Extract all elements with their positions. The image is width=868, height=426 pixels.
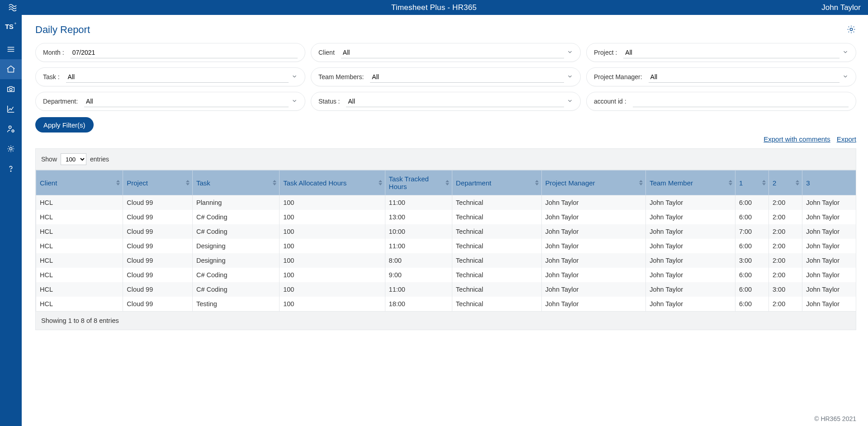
filter-account-id-input[interactable] — [633, 95, 849, 107]
filter-project-manager[interactable]: Project Manager: — [586, 67, 856, 86]
table-cell: HCL — [36, 268, 123, 282]
table-cell: 3:00 — [769, 282, 802, 297]
table-cell: C# Coding — [192, 282, 279, 297]
sidebar-camera-icon[interactable] — [0, 79, 22, 99]
table-cell: Cloud 99 — [123, 297, 193, 311]
svg-point-2 — [9, 88, 12, 91]
table-row[interactable]: HCLCloud 99C# Coding1009:00TechnicalJohn… — [36, 268, 856, 282]
filter-department-input[interactable] — [84, 95, 289, 107]
table-cell: Cloud 99 — [123, 224, 193, 239]
filter-account-id-label: account id : — [594, 98, 626, 105]
apply-filter-button[interactable]: Apply Filter(s) — [35, 117, 94, 133]
table-row[interactable]: HCLCloud 99Testing10018:00TechnicalJohn … — [36, 297, 856, 311]
filter-account-id: account id : — [586, 92, 856, 111]
filter-team-members-input[interactable] — [370, 71, 564, 83]
table-row[interactable]: HCLCloud 99C# Coding10013:00TechnicalJoh… — [36, 210, 856, 224]
table-cell: 10:00 — [385, 224, 452, 239]
table-cell: 100 — [280, 195, 385, 210]
table-scroll[interactable]: ClientProjectTaskTask Allocated HoursTas… — [36, 170, 856, 311]
column-header[interactable]: Project Manager — [541, 170, 646, 195]
table-row[interactable]: HCLCloud 99Planning10011:00TechnicalJohn… — [36, 195, 856, 210]
sidebar-user-settings-icon[interactable] — [0, 119, 22, 139]
table-cell: John Taylor — [802, 224, 856, 239]
sort-icon[interactable] — [379, 180, 382, 186]
table-row[interactable]: HCLCloud 99C# Coding10010:00TechnicalJoh… — [36, 224, 856, 239]
column-header[interactable]: Task — [192, 170, 279, 195]
entries-select[interactable]: 100 — [61, 153, 86, 165]
filter-task[interactable]: Task : — [35, 67, 305, 86]
filter-client-label: Client — [318, 49, 335, 56]
sort-icon[interactable] — [729, 180, 732, 186]
filter-status[interactable]: Status : — [311, 92, 581, 111]
table-cell: John Taylor — [802, 282, 856, 297]
column-header[interactable]: Task Tracked Hours — [385, 170, 452, 195]
table-cell: 6:00 — [735, 210, 768, 224]
table-cell: 6:00 — [735, 282, 768, 297]
topbar: Timesheet Plus - HR365 John Taylor — [0, 0, 868, 15]
app-title: Timesheet Plus - HR365 — [391, 3, 477, 12]
filter-team-members[interactable]: Team Members: — [311, 67, 581, 86]
table-cell: John Taylor — [541, 195, 646, 210]
column-header[interactable]: 1 — [735, 170, 768, 195]
sort-icon[interactable] — [762, 180, 766, 186]
sort-icon[interactable] — [116, 180, 120, 186]
table-cell: 9:00 — [385, 268, 452, 282]
table-cell: Technical — [452, 195, 541, 210]
sidebar-home-icon[interactable] — [0, 59, 22, 79]
sort-icon[interactable] — [796, 180, 799, 186]
export-link[interactable]: Export — [837, 135, 856, 143]
column-header[interactable]: Project — [123, 170, 193, 195]
table-cell: John Taylor — [541, 239, 646, 253]
sidebar-settings-icon[interactable] — [0, 139, 22, 159]
filter-pm-input[interactable] — [649, 71, 840, 83]
sidebar-menu-icon[interactable] — [0, 39, 22, 59]
sort-icon[interactable] — [639, 180, 643, 186]
sidebar-report-icon[interactable] — [0, 99, 22, 119]
table-cell: John Taylor — [802, 239, 856, 253]
sort-icon[interactable] — [446, 180, 449, 186]
sort-icon[interactable] — [535, 180, 539, 186]
table-cell: John Taylor — [541, 210, 646, 224]
table-cell: John Taylor — [541, 253, 646, 268]
filter-month-input[interactable] — [71, 47, 298, 58]
column-header[interactable]: Department — [452, 170, 541, 195]
current-user[interactable]: John Taylor — [821, 3, 861, 12]
filter-task-input[interactable] — [66, 71, 289, 83]
column-header[interactable]: Task Allocated Hours — [280, 170, 385, 195]
table-cell: John Taylor — [802, 268, 856, 282]
table-row[interactable]: HCLCloud 99C# Coding10011:00TechnicalJoh… — [36, 282, 856, 297]
table-cell: 2:00 — [769, 239, 802, 253]
table-cell: HCL — [36, 224, 123, 239]
table-cell: John Taylor — [646, 282, 735, 297]
column-header[interactable]: 3 — [802, 170, 856, 195]
sort-icon[interactable] — [186, 180, 190, 186]
page-title: Daily Report — [35, 24, 90, 36]
sidebar-help-icon[interactable] — [0, 159, 22, 179]
column-header[interactable]: Team Member — [646, 170, 735, 195]
table-cell: 11:00 — [385, 239, 452, 253]
filter-project-input[interactable] — [623, 47, 840, 58]
table-cell: 8:00 — [385, 253, 452, 268]
sort-icon[interactable] — [273, 180, 276, 186]
table-cell: HCL — [36, 239, 123, 253]
filter-status-input[interactable] — [346, 95, 564, 107]
export-links: Export with comments Export — [35, 135, 856, 143]
filter-client[interactable]: Client — [311, 43, 581, 62]
table-cell: 13:00 — [385, 210, 452, 224]
table-row[interactable]: HCLCloud 99Designing10011:00TechnicalJoh… — [36, 239, 856, 253]
table-row[interactable]: HCLCloud 99Designing1008:00TechnicalJohn… — [36, 253, 856, 268]
filter-client-input[interactable] — [341, 47, 564, 58]
column-header[interactable]: 2 — [769, 170, 802, 195]
filter-project[interactable]: Project : — [586, 43, 856, 62]
column-header[interactable]: Client — [36, 170, 123, 195]
export-with-comments-link[interactable]: Export with comments — [764, 135, 830, 143]
filter-department[interactable]: Department: — [35, 92, 305, 111]
table-cell: John Taylor — [802, 297, 856, 311]
table-cell: 100 — [280, 268, 385, 282]
chevron-down-icon — [567, 49, 573, 55]
main-content: Daily Report Month : Client Project : — [22, 15, 868, 426]
table-cell: 7:00 — [735, 224, 768, 239]
table-cell: Technical — [452, 253, 541, 268]
svg-point-7 — [850, 28, 853, 31]
page-settings-icon[interactable] — [846, 24, 856, 36]
